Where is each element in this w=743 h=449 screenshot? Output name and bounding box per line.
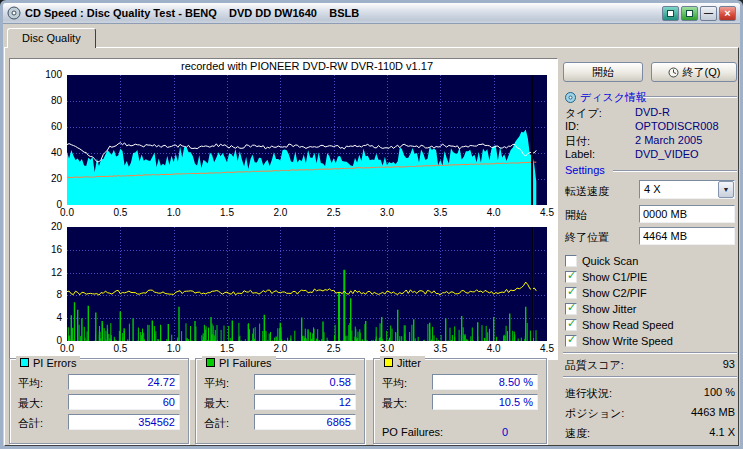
legend-swatch xyxy=(20,358,29,367)
quality-score-value: 93 xyxy=(723,358,735,373)
checkbox-label: Show Jitter xyxy=(582,303,636,315)
stat-value-field: 24.72 xyxy=(68,374,180,390)
y-axis-tick-label: 12 xyxy=(28,267,62,278)
minimize-button[interactable]: — xyxy=(700,6,717,21)
x-axis-tick-label: 0.0 xyxy=(57,343,77,354)
divider xyxy=(563,352,737,354)
status-value: 100 % xyxy=(704,386,735,401)
tab-disc-quality[interactable]: Disc Quality xyxy=(7,28,96,48)
y-axis-tick-label: 60 xyxy=(28,121,62,132)
x-axis-tick-label: 1.0 xyxy=(164,343,184,354)
exit-button[interactable]: 終了(Q) xyxy=(651,62,737,82)
x-axis-tick-label: 3.0 xyxy=(377,343,397,354)
checkbox-label: Quick Scan xyxy=(582,255,638,267)
tabstrip: Disc Quality xyxy=(7,28,96,48)
tool-button-2[interactable] xyxy=(681,6,698,21)
disc-info-row-2: ID:OPTODISCR008 xyxy=(565,120,737,132)
stat-label: 最大: xyxy=(204,396,229,411)
disc-info-divider xyxy=(643,96,737,98)
disc-info-row-4: Label:DVD_VIDEO xyxy=(565,148,737,160)
checkbox-box[interactable] xyxy=(565,255,577,267)
legend-swatch xyxy=(206,358,215,367)
y-axis-tick-label: 8 xyxy=(28,289,62,300)
stat-label: 平均: xyxy=(204,376,229,391)
stats-group-name: PI Failures xyxy=(219,357,272,369)
stat-label: 平均: xyxy=(18,376,43,391)
recorded-with-label: recorded with PIONEER DVD-RW DVR-110D v1… xyxy=(67,60,547,72)
start-button[interactable]: 開始 xyxy=(563,62,643,82)
quality-score-row: 品質スコア: 93 xyxy=(565,358,735,373)
stat-label: 合計: xyxy=(204,416,229,431)
x-axis-tick-label: 4.5 xyxy=(537,343,557,354)
quality-score-label: 品質スコア: xyxy=(565,358,624,373)
check-icon: ✓ xyxy=(567,269,576,282)
checkbox-label: Show C1/PIE xyxy=(582,271,647,283)
checkbox-show-read-speed[interactable]: ✓Show Read Speed xyxy=(565,318,674,332)
x-axis-tick-label: 1.0 xyxy=(164,207,184,218)
stat-value-field: 8.50 % xyxy=(432,374,538,390)
stats-group-jitter: Jitter平均:8.50 %最大:10.5 %PO Failures:0 xyxy=(373,358,547,444)
checkbox-show-c2-pif[interactable]: ✓Show C2/PIF xyxy=(565,286,647,300)
disc-info-header-label: ディスク情報 xyxy=(580,90,647,105)
stats-group-pi-failures: PI Failures平均:0.58最大:12合計:6865 xyxy=(195,358,365,444)
stat-value-field: 60 xyxy=(68,394,180,410)
x-axis-tick-label: 2.0 xyxy=(270,207,290,218)
disc-quality-tabpage: recorded with PIONEER DVD-RW DVR-110D v1… xyxy=(4,47,739,446)
chevron-down-icon[interactable]: ▼ xyxy=(718,181,734,198)
close-button[interactable]: × xyxy=(719,6,736,21)
y-axis-tick-label: 20 xyxy=(28,173,62,184)
status-label: 進行状況: xyxy=(565,386,612,401)
checkbox-box[interactable]: ✓ xyxy=(565,303,577,315)
disc-info-value: DVD-R xyxy=(635,106,670,121)
settings-divider xyxy=(613,170,737,172)
y-axis-tick-label: 100 xyxy=(28,69,62,80)
speed-select[interactable]: 4 X ▼ xyxy=(639,180,735,199)
titlebar[interactable]: CD Speed : Disc Quality Test - BENQ DVD … xyxy=(3,3,740,24)
settings-header: Settings xyxy=(565,164,605,176)
checkbox-box[interactable]: ✓ xyxy=(565,319,577,331)
pi-errors-chart xyxy=(67,75,547,205)
x-axis-tick-label: 2.5 xyxy=(324,343,344,354)
x-axis-tick-label: 2.0 xyxy=(270,343,290,354)
checkbox-label: Show Write Speed xyxy=(582,335,673,347)
tool-icon-1 xyxy=(667,10,674,17)
disc-info-label: ID: xyxy=(565,120,635,132)
disc-info-row-1: タイプ:DVD-R xyxy=(565,106,737,121)
stats-group-title: PI Errors xyxy=(16,356,80,369)
clock-icon xyxy=(668,67,679,78)
check-icon: ✓ xyxy=(567,317,576,330)
app-window: CD Speed : Disc Quality Test - BENQ DVD … xyxy=(0,0,743,449)
y-axis-tick-label: 4 xyxy=(28,312,62,323)
checkbox-box[interactable]: ✓ xyxy=(565,335,577,347)
po-failures-label: PO Failures: xyxy=(382,426,443,438)
start-position-label: 開始 xyxy=(565,208,587,223)
disc-info-value: DVD_VIDEO xyxy=(635,148,699,160)
stat-value-field: 0.58 xyxy=(254,374,356,390)
check-icon: ✓ xyxy=(567,301,576,314)
x-axis-tick-label: 3.5 xyxy=(430,343,450,354)
checkbox-show-jitter[interactable]: ✓Show Jitter xyxy=(565,302,636,316)
checkbox-label: Show C2/PIF xyxy=(582,287,647,299)
end-position-label: 終了位置 xyxy=(565,230,609,245)
checkbox-show-c1-pie[interactable]: ✓Show C1/PIE xyxy=(565,270,647,284)
start-button-label: 開始 xyxy=(592,65,614,80)
tool-button-1[interactable] xyxy=(662,6,679,21)
end-position-input[interactable] xyxy=(639,227,735,245)
status-label: 速度: xyxy=(565,426,590,441)
checkbox-show-write-speed[interactable]: ✓Show Write Speed xyxy=(565,334,673,348)
x-axis-tick-label: 4.0 xyxy=(484,207,504,218)
chart-panel: recorded with PIONEER DVD-RW DVR-110D v1… xyxy=(9,58,558,360)
x-axis-tick-label: 0.5 xyxy=(110,207,130,218)
checkbox-box[interactable]: ✓ xyxy=(565,271,577,283)
checkbox-box[interactable]: ✓ xyxy=(565,287,577,299)
stats-group-title: PI Failures xyxy=(202,356,276,369)
checkbox-quick-scan[interactable]: Quick Scan xyxy=(565,254,638,268)
po-failures-value: 0 xyxy=(502,426,508,438)
legend-swatch xyxy=(384,358,393,367)
start-position-input[interactable] xyxy=(639,205,735,223)
x-axis-tick-label: 3.5 xyxy=(430,207,450,218)
x-axis-tick-label: 4.0 xyxy=(484,343,504,354)
stat-label: 最大: xyxy=(18,396,43,411)
status-label: ポジション: xyxy=(565,406,624,421)
disc-info-label: 日付: xyxy=(565,134,635,149)
